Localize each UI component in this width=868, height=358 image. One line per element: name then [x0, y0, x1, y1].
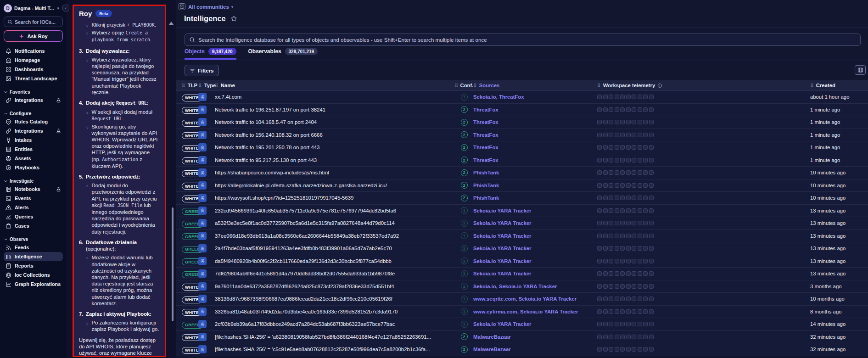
source-link[interactable]: Sekoia.io YARA Tracker [473, 271, 531, 276]
column-header-workspace-telemetry[interactable]: ⠿Workspace telemetry [593, 83, 808, 88]
table-row[interactable]: WHITENetwork traffic to 95.217.25.130 on… [176, 154, 868, 167]
source-link[interactable]: Sekoia.io YARA Tracker [473, 220, 531, 226]
ioc-search-input[interactable] [15, 19, 59, 25]
section-observe[interactable]: Observe [4, 235, 63, 243]
tlp-cell: WHITE [176, 333, 198, 341]
sidebar-item-playbooks[interactable]: Playbooks [4, 163, 63, 172]
sidebar-item-cases[interactable]: Cases [4, 221, 63, 230]
column-header-tlp[interactable]: ⠿TLP [176, 83, 198, 88]
table-row[interactable]: GREEN37ee066d18e93db613a1a08c3560e6ac260… [176, 230, 868, 243]
column-header-created[interactable]: ⠿Created [808, 83, 868, 88]
table-row[interactable]: WHITEhttps://wavysoft.shop/cpn/?id=12525… [176, 192, 868, 205]
sidebar-item-alerts[interactable]: Alerts [4, 203, 63, 212]
observable-type-icon [198, 244, 207, 252]
panel-toggle-icon[interactable] [179, 3, 185, 10]
source-link[interactable]: PhishTank [473, 195, 499, 201]
table-row[interactable]: WHITENetwork traffic to 156.240.108.32 o… [176, 129, 868, 142]
column-header-type[interactable]: ⠿Type [198, 83, 215, 88]
telemetry-square [632, 246, 636, 251]
source-link[interactable]: Sekoia.io YARA Tracker [473, 246, 531, 251]
source-link[interactable]: ThreatFox [473, 119, 498, 125]
table-row[interactable]: WHITENetwork traffic to 195.201.250.78 o… [176, 141, 868, 154]
source-link[interactable]: MalwareBazaar [473, 334, 511, 340]
section-favorites[interactable]: Favorites [4, 88, 63, 95]
source-link[interactable]: www.seqrite.com [473, 296, 516, 302]
source-link[interactable]: , ThreatFox [496, 94, 524, 100]
column-header-sources[interactable]: ⠿Sources [473, 83, 593, 88]
source-link[interactable]: Sekoia.io [473, 284, 496, 289]
source-link[interactable]: Sekoia.io YARA Tracker [473, 258, 531, 264]
table-row[interactable]: GREENa532f3e3ec5e8f1ac0d37725907bc5a6d1e… [176, 217, 868, 230]
table-row[interactable]: GREEN232cd945669391a40fc650ab3575711c0a9… [176, 205, 868, 218]
sidebar-item-intelligence[interactable]: Intelligence [4, 252, 63, 261]
column-header-conf[interactable]: ⠿Conf. [455, 83, 473, 88]
section-investigate[interactable]: Investigate [4, 177, 63, 185]
source-link[interactable]: PhishTank [473, 170, 499, 175]
source-link[interactable]: ThreatFox [473, 107, 498, 112]
table-row[interactable]: GREEN2a4f7bde03baaf5f09195941263a4ee3fdf… [176, 242, 868, 255]
sidebar-item-integrations[interactable]: Integrations [4, 95, 63, 105]
tab-observables[interactable]: Observables 328,701,219 [248, 48, 318, 60]
source-link[interactable]: , Sekoia.io YARA Tracker [517, 309, 578, 314]
source-link[interactable]: ThreatFox [473, 145, 498, 150]
source-link[interactable]: Sekoia.io YARA Tracker [473, 233, 531, 239]
table-row[interactable]: WHITE38136d87e9687398f906687ea9886feead2… [176, 293, 868, 306]
ask-roy-button[interactable]: Ask Roy [4, 30, 63, 42]
favorite-star-icon[interactable] [230, 15, 237, 22]
sidebar-item-dashboards[interactable]: Dashboards [4, 65, 63, 74]
table-row[interactable]: WHITE9a76011aa0de6372a358787df862624a825… [176, 280, 868, 293]
sidebar-item-graph-explorations[interactable]: Graph Explorations [4, 280, 63, 289]
tlp-cell: WHITE [176, 282, 198, 291]
sidebar-item-rules-catalog[interactable]: Rules Catalog [4, 117, 63, 126]
sidebar-item-events[interactable]: Events [4, 194, 63, 203]
sidebar-item-notifications[interactable]: Notifications [4, 46, 63, 56]
sidebar-item-intakes[interactable]: Intakes [4, 135, 63, 145]
table-row[interactable]: WHITE[file:hashes.'SHA-256' = 'c5c91e5ae… [176, 343, 868, 356]
table-row[interactable]: WHITENetwork traffic to 196.251.87.197 o… [176, 104, 868, 117]
source-link[interactable]: Sekoia.io [473, 94, 496, 100]
sidebar-item-notebooks[interactable]: Notebooks [4, 185, 63, 194]
source-link[interactable]: , Sekoia.io YARA Tracker [496, 284, 557, 289]
source-link[interactable]: PhishTank [473, 183, 499, 188]
sources-cell: Sekoia.io YARA Tracker [473, 246, 593, 251]
sidebar-item-threat-landscape[interactable]: Threat Landscape [4, 74, 63, 83]
section-configure[interactable]: Configure [4, 110, 63, 117]
filters-button[interactable]: Filters [185, 65, 219, 76]
column-settings-button[interactable] [855, 65, 866, 75]
intelligence-search-box[interactable] [185, 34, 861, 46]
sidebar-item-homepage[interactable]: Homepage [4, 56, 63, 65]
scroll-up-arrow[interactable] [168, 22, 174, 25]
community-selector[interactable]: All communities ▾ [188, 4, 233, 10]
sidebar-item-reports[interactable]: Reports [4, 261, 63, 270]
table-row[interactable]: GREEN7df629804ab6f6e4d1c5891d4a7970dd6dd… [176, 268, 868, 280]
tab-objects[interactable]: Objects 9,187,420 [185, 48, 236, 60]
roy-scrollbar-thumb[interactable] [172, 207, 174, 321]
table-row[interactable]: WHITE3326ba81b48ab03f7f49d2da70d3bbe4ea0… [176, 306, 868, 319]
source-link[interactable]: ThreatFox [473, 132, 498, 138]
table-row[interactable]: WHITEhttps://shabanpourco.com/wp-include… [176, 167, 868, 179]
sidebar-item-feeds[interactable]: Feeds [4, 243, 63, 252]
annotation-highlight-border: Roy Beta ○Kliknij przycisk + PLAYBOOK.○W… [73, 5, 166, 357]
sidebar-item-entities[interactable]: Entities [4, 145, 63, 154]
ioc-search-box[interactable] [4, 17, 63, 27]
sidebar-collapse-button[interactable]: ‹ [62, 5, 69, 11]
intelligence-search-input[interactable] [198, 37, 856, 43]
table-row[interactable]: GREENda5f49480920b4b00f6c2f2cb117660eda2… [176, 255, 868, 268]
table-row[interactable]: GREEN2cf03b9eb39a6a17f83dbbce249acd7a284… [176, 318, 868, 331]
table-row[interactable]: WHITExx.7.4t.com1Sekoia.io, ThreatFoxabo… [176, 91, 868, 104]
sidebar-item-ioc-collections[interactable]: Ioc Collections [4, 270, 63, 280]
source-link[interactable]: MalwareBazaar [473, 347, 511, 352]
source-link[interactable]: www.cyfirma.com [473, 309, 517, 314]
table-row[interactable]: WHITE[file:hashes.'SHA-256' = 'a62380819… [176, 331, 868, 344]
source-link[interactable]: ThreatFox [473, 157, 498, 163]
source-link[interactable]: , Sekoia.io YARA Tracker [516, 296, 577, 302]
sidebar-item-integrations[interactable]: Integrations [4, 126, 63, 135]
sidebar-item-queries[interactable]: Queries [4, 212, 63, 221]
table-row[interactable]: WHITENetwork traffic to 104.168.5.47 on … [176, 116, 868, 129]
source-link[interactable]: Sekoia.io YARA Tracker [473, 321, 531, 327]
org-selector[interactable]: D Dagma - Multi T... ▾ [4, 4, 63, 12]
column-header-name[interactable]: ⠿Name [215, 83, 455, 88]
sidebar-item-assets[interactable]: Assets [4, 154, 63, 163]
source-link[interactable]: Sekoia.io YARA Tracker [473, 208, 531, 213]
table-row[interactable]: WHITEhttps://allegrolokalnie.pl-oferta-s… [176, 179, 868, 192]
